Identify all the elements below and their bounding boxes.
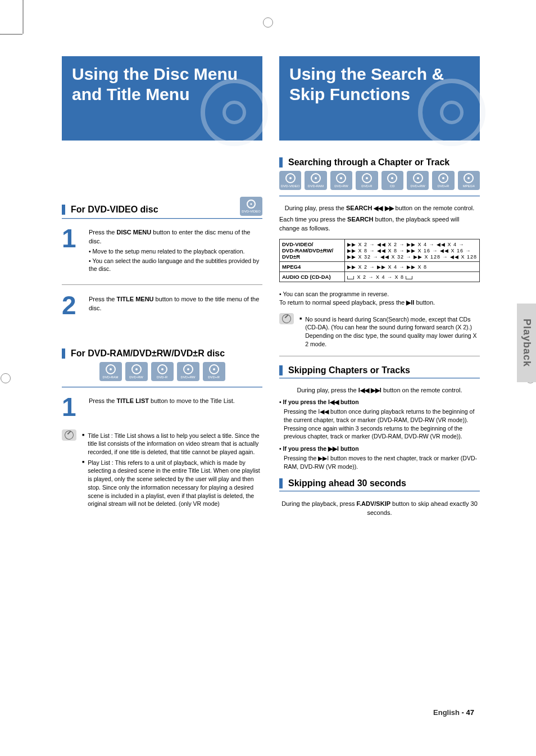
badge-label: DVD-VIDEO <box>242 210 260 213</box>
skip30-body: During the playback, press F.ADV/SKIP bu… <box>279 500 480 518</box>
badge-label: DVD-RAM <box>103 375 119 379</box>
step-number: 1 <box>62 396 81 419</box>
heading-text: Using the Disc Menu and Title Menu <box>72 64 252 105</box>
heading-search-skip: Using the Search & Skip Functions <box>279 56 480 141</box>
subheading-text: For DVD-RAM/DVD±RW/DVD±R disc <box>71 348 225 359</box>
disc-icon <box>285 173 296 183</box>
step-line: Press the DISC MENU button to enter the … <box>89 228 262 246</box>
badge-label: MPEG4 <box>463 184 475 188</box>
register-mark <box>263 17 273 28</box>
badge-row: DVD-VIDEO DVD-RAM DVD-RW DVD-R CD DVD+RW… <box>279 171 480 190</box>
badge-label: DVD-R <box>361 184 372 188</box>
disc-icon <box>247 200 256 209</box>
disc-icon <box>387 173 397 183</box>
badge: DVD-RAM <box>305 171 326 190</box>
crop-mark <box>0 34 22 35</box>
disc-icon <box>106 364 116 374</box>
accent-bar <box>279 157 283 168</box>
badge-label: DVD+R <box>208 375 220 379</box>
disc-icon <box>209 364 219 374</box>
table-label: AUDIO CD (CD-DA) <box>280 271 345 282</box>
step-line: Press the TITLE MENU button to move to t… <box>89 295 262 313</box>
page-footer: English - 47 <box>433 708 474 717</box>
return-line: To return to normal speed playback, pres… <box>279 298 480 307</box>
scan-line: • You can scan the programme in reverse. <box>279 290 480 298</box>
press-next-label: • If you press the ▶▶I button <box>279 445 480 452</box>
disc-icon <box>157 364 167 374</box>
badge: DVD+R <box>432 171 454 190</box>
subheading-skip-chapters: Skipping Chapters or Tracks <box>279 365 480 375</box>
subheading-dvd-ram: For DVD-RAM/DVD±RW/DVD±R disc <box>62 348 262 359</box>
step-1b: 1 Press the TITLE LIST button to move to… <box>62 396 262 419</box>
table-row: AUDIO CD (CD-DA) X 2 → X 4 → X 8 <box>280 271 480 282</box>
accent-bar <box>62 348 65 359</box>
badge-row: DVD-RAM DVD-RW DVD-R DVD+RW DVD+R <box>62 362 262 381</box>
press-each: Each time you press the SEARCH button, t… <box>279 215 480 233</box>
heading-disc-menu: Using the Disc Menu and Title Menu <box>62 56 262 141</box>
disc-icon <box>413 173 423 183</box>
badge-label: DVD-RW <box>129 375 143 379</box>
table-value: ▶▶ X 2 → ◀◀ X 2 → ▶▶ X 4 → ◀◀ X 4 →▶▶ X … <box>344 239 479 261</box>
footer-label: English <box>433 708 460 717</box>
badge: DVD+RW <box>407 171 429 190</box>
table-value: X 2 → X 4 → X 8 <box>344 271 479 282</box>
disc-icon <box>183 364 193 374</box>
subheading-text: Skipping ahead 30 seconds <box>288 478 406 488</box>
step-number: 2 <box>62 294 81 317</box>
press-next-body: Pressing the ▶▶I button moves to the nex… <box>284 454 480 470</box>
badge-label: DVD-RAM <box>308 184 324 188</box>
divider <box>279 356 480 356</box>
step-2: 2 Press the TITLE MENU button to move to… <box>62 294 262 317</box>
speed-table: DVD-VIDEO/ DVD-RAM/DVD±RW/ DVD±R ▶▶ X 2 … <box>279 239 480 282</box>
badge-label: DVD-VIDEO <box>281 184 299 188</box>
side-tab-playback: Playback <box>517 304 536 382</box>
speed-sequence: ▶▶ X 2 → ◀◀ X 2 → ▶▶ X 4 → ◀◀ X 4 →▶▶ X … <box>347 242 477 260</box>
crop-mark <box>22 0 24 34</box>
table-value: ▶▶ X 2 → ▶▶ X 4 → ▶▶ X 8 <box>344 261 479 271</box>
badge: DVD-VIDEO <box>279 171 301 190</box>
disc-icon <box>464 173 474 183</box>
badge-dvd-rw: DVD-RW <box>125 362 148 381</box>
button-name: TITLE MENU <box>117 296 154 302</box>
page-number: - 47 <box>462 708 474 717</box>
badge-label: DVD-RW <box>334 184 348 188</box>
badge-label: DVD-R <box>157 375 167 379</box>
step-bullet: • Move to the setup menu related to the … <box>89 247 262 256</box>
subheading-dvd-video: For DVD-VIDEO disc <box>62 205 158 215</box>
badge-dvd-ram: DVD-RAM <box>99 362 122 381</box>
speed-sequence: ▶▶ X 2 → ▶▶ X 4 → ▶▶ X 8 <box>347 264 427 270</box>
step-bullet: • You can select the audio language and … <box>89 257 262 273</box>
button-name: TITLE LIST <box>117 397 149 404</box>
badge-dvd-plus-rw: DVD+RW <box>177 362 199 381</box>
speed-sequence: X 2 → X 4 → X 8 <box>347 274 414 280</box>
skip-line: During play, press the I◀◀ ▶▶I button on… <box>279 387 480 394</box>
rule <box>62 387 262 388</box>
step-line: Press the TITLE LIST button to move to t… <box>89 397 262 406</box>
disc-icon <box>362 173 372 183</box>
table-row: MPEG4 ▶▶ X 2 → ▶▶ X 4 → ▶▶ X 8 <box>280 261 480 271</box>
search-buttons: SEARCH ◀◀ ▶▶ <box>346 205 394 211</box>
note-block: No sound is heard during Scan(Search) mo… <box>279 313 480 351</box>
note-text: Title List : Title List shows a list to … <box>82 432 262 456</box>
note-block: Title List : Title List shows a list to … <box>62 429 262 510</box>
skip-buttons: I◀◀ ▶▶I <box>358 387 381 393</box>
rule <box>62 218 262 219</box>
badge-label: DVD+R <box>438 184 449 188</box>
disc-icon <box>336 173 346 183</box>
subheading-text: Skipping Chapters or Tracks <box>288 365 410 375</box>
table-label: DVD-VIDEO/ DVD-RAM/DVD±RW/ DVD±R <box>280 239 345 261</box>
disc-icon <box>438 173 448 183</box>
note-icon <box>62 429 76 441</box>
fadv-skip-button: F.ADV/SKIP <box>357 500 391 507</box>
badge: DVD-RW <box>330 171 352 190</box>
press-prev-body: Pressing the I◀◀ button once during play… <box>284 408 480 441</box>
subheading-search-chapter: Searching through a Chapter or Track <box>279 157 480 168</box>
badge-dvd-video: DVD-VIDEO <box>240 197 262 216</box>
table-label: MPEG4 <box>280 261 345 271</box>
step-1: 1 Press the DISC MENU button to enter th… <box>62 227 262 274</box>
note-text: No sound is heard during Scan(Search) mo… <box>299 315 480 348</box>
badge: DVD-R <box>356 171 378 190</box>
rule <box>279 378 480 379</box>
accent-bar <box>62 205 65 215</box>
press-prev-label: • If you press the I◀◀ button <box>279 399 480 405</box>
